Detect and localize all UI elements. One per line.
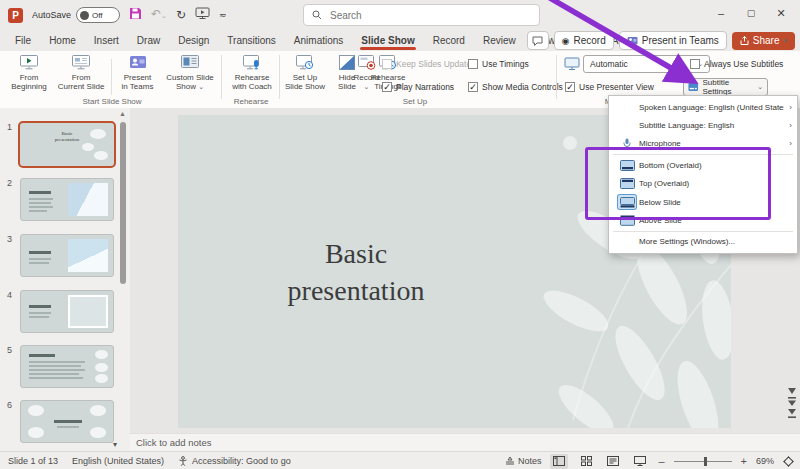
normal-view-button[interactable] — [550, 454, 568, 469]
ribbon-tab-row: File Home Insert Draw Design Transitions… — [0, 29, 800, 51]
slide-thumbnail-4[interactable] — [20, 290, 114, 333]
checkbox-icon — [382, 82, 392, 92]
rehearse-with-coach-button[interactable]: Rehearse with Coach — [226, 54, 278, 98]
subtitle-settings-button[interactable]: Subtitle Settings ⌄ — [683, 78, 768, 96]
reading-view-button[interactable] — [604, 454, 622, 469]
slide-sorter-view-button[interactable] — [577, 454, 595, 469]
slide-title-textbox[interactable]: Basic presentation — [178, 235, 534, 309]
menu-item-spoken-language[interactable]: Spoken Language: English (United States)… — [609, 98, 797, 116]
menu-item-top-overlaid[interactable]: Top (Overlaid) — [609, 175, 797, 193]
menu-item-subtitle-language[interactable]: Subtitle Language: English › — [609, 116, 797, 134]
tab-animations[interactable]: Animations — [285, 32, 352, 49]
maximize-icon[interactable]: ▢ — [736, 2, 766, 24]
tab-design[interactable]: Design — [169, 32, 218, 49]
tab-review[interactable]: Review — [474, 32, 525, 49]
scroll-down-icon[interactable]: ▾ — [113, 440, 117, 449]
checkbox-icon — [468, 59, 478, 69]
tab-draw[interactable]: Draw — [128, 32, 169, 49]
tab-insert[interactable]: Insert — [85, 32, 128, 49]
powerpoint-logo-icon: P — [8, 8, 23, 23]
toggle-knob-icon — [80, 11, 89, 20]
redo-icon[interactable]: ↻ — [176, 8, 186, 22]
editor-scroll-controls — [786, 388, 798, 418]
zoom-in-icon[interactable]: + — [741, 455, 747, 467]
search-box[interactable] — [303, 4, 540, 26]
menu-item-more-settings[interactable]: More Settings (Windows)... — [609, 233, 797, 251]
search-input[interactable] — [328, 9, 531, 22]
share-button[interactable]: Share ▾ — [732, 32, 795, 50]
slide-number: 1 — [7, 122, 12, 132]
present-in-teams-ribbon-button[interactable]: Present in Teams — [114, 54, 161, 98]
previous-slide-icon[interactable] — [788, 397, 796, 406]
menu-item-microphone[interactable]: Microphone › — [609, 135, 797, 153]
save-icon[interactable] — [129, 6, 142, 24]
slide-number: 6 — [7, 400, 12, 410]
minimize-icon[interactable]: – — [706, 2, 736, 24]
zoom-slider[interactable] — [674, 461, 732, 462]
tab-file[interactable]: File — [6, 32, 40, 49]
monitor-slide-icon — [71, 54, 91, 71]
show-media-controls-checkbox[interactable]: Show Media Controls — [468, 82, 563, 92]
use-presenter-view-checkbox[interactable]: Use Presenter View — [565, 82, 654, 92]
record-button-ribbon[interactable]: Record ⌄ — [350, 54, 383, 98]
accessibility-icon — [178, 456, 188, 466]
teams-screen-icon — [128, 54, 148, 71]
undo-icon[interactable]: ↶⌄ — [151, 7, 167, 23]
tab-transitions[interactable]: Transitions — [218, 32, 285, 49]
thumbnail-scrollbar[interactable] — [120, 122, 126, 284]
notes-toggle-button[interactable]: Notes — [505, 456, 542, 466]
menu-item-below-slide[interactable]: Below Slide — [609, 193, 797, 211]
from-beginning-button[interactable]: From Beginning — [6, 54, 52, 98]
tab-home[interactable]: Home — [40, 32, 85, 49]
leaf-decoration — [82, 143, 94, 151]
slide-show-view-button[interactable] — [631, 454, 649, 469]
zoom-level[interactable]: 69% — [756, 456, 774, 466]
record-button[interactable]: ◉ Record — [554, 31, 614, 50]
slide-thumbnail-3[interactable] — [20, 234, 114, 277]
custom-slide-show-button[interactable]: Custom Slide Show ⌄ — [162, 54, 218, 98]
slide-thumbnail-2[interactable] — [20, 178, 114, 221]
keep-slides-updated-checkbox[interactable]: Keep Slides Updated — [382, 59, 476, 69]
thumbnail-image — [68, 239, 108, 272]
scroll-down-icon[interactable] — [788, 388, 796, 394]
menu-item-bottom-overlaid[interactable]: Bottom (Overlaid) — [609, 156, 797, 174]
present-in-teams-button[interactable]: Present in Teams — [619, 31, 727, 50]
zoom-out-icon[interactable]: – — [658, 455, 664, 467]
microphone-icon — [623, 138, 631, 149]
thumbnail-image — [68, 295, 108, 328]
checkbox-icon — [382, 59, 392, 69]
reading-view-icon — [607, 456, 619, 466]
fit-slide-to-window-icon[interactable] — [783, 456, 794, 467]
checkbox-icon — [690, 59, 700, 69]
menu-item-above-slide[interactable]: Above Slide — [609, 211, 797, 229]
use-timings-checkbox[interactable]: Use Timings — [468, 59, 529, 69]
slideshow-icon[interactable] — [195, 6, 210, 24]
next-slide-icon[interactable] — [788, 409, 796, 418]
tab-record[interactable]: Record — [424, 32, 474, 49]
autosave-toggle[interactable]: AutoSave Off — [32, 7, 120, 23]
always-use-subtitles-checkbox[interactable]: Always Use Subtitles — [690, 59, 783, 69]
slide-thumbnail-panel: 1 Basicpresentation 2 3 4 — [0, 108, 130, 451]
close-icon[interactable]: ✕ — [766, 2, 796, 24]
submenu-arrow-icon: › — [784, 121, 792, 130]
autosave-switch[interactable]: Off — [76, 7, 120, 23]
comments-button[interactable] — [527, 31, 549, 50]
set-up-slide-show-button[interactable]: Set Up Slide Show — [282, 54, 328, 98]
language-button[interactable]: English (United States) — [72, 456, 164, 466]
from-current-slide-button[interactable]: From Current Slide — [53, 54, 109, 98]
play-narrations-checkbox[interactable]: Play Narrations — [382, 82, 454, 92]
notes-pane[interactable]: Click to add notes — [130, 433, 800, 451]
slide-thumbnail-6[interactable] — [20, 400, 114, 443]
tab-slide-show[interactable]: Slide Show — [352, 32, 423, 49]
slide-thumbnail-5[interactable] — [20, 345, 114, 388]
accessibility-button[interactable]: Accessibility: Good to go — [178, 456, 291, 466]
customize-toolbar-icon[interactable]: ≂ — [219, 8, 227, 22]
slide-thumbnail-1[interactable]: Basicpresentation — [18, 121, 116, 168]
menu-separator — [613, 231, 793, 232]
zoom-slider-thumb[interactable] — [704, 457, 707, 466]
slide-info[interactable]: Slide 1 of 13 — [8, 456, 58, 466]
scroll-up-icon[interactable]: ▲ — [119, 110, 126, 117]
setup-monitor-icon — [295, 54, 315, 71]
slide-sorter-icon — [581, 456, 592, 466]
teams-icon — [627, 36, 638, 46]
